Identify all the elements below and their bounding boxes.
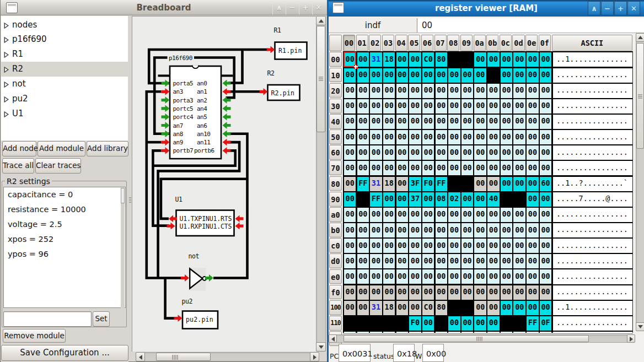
register-cell-00-0d[interactable]: 00 xyxy=(513,52,525,67)
register-cell-70-06[interactable]: 00 xyxy=(422,161,434,175)
register-cell-20-06[interactable]: 00 xyxy=(422,84,434,98)
register-cell-a0-05[interactable]: 00 xyxy=(409,208,421,222)
register-cell-70-0d[interactable]: 00 xyxy=(513,161,525,175)
canvas-vscroll-thumb[interactable] xyxy=(316,26,325,132)
pane-splitter[interactable] xyxy=(129,197,131,209)
register-cell-f0-0f[interactable]: 00 xyxy=(540,285,552,300)
canvas-vscroll-down-button[interactable] xyxy=(316,342,326,352)
register-cell-110-08[interactable]: 00 xyxy=(448,316,460,331)
register-cell-80-07[interactable]: FF xyxy=(436,177,448,191)
register-cell-60-08[interactable]: 00 xyxy=(448,145,460,160)
register-cell-30-05[interactable]: 00 xyxy=(409,99,421,114)
register-cell-40-07[interactable]: 00 xyxy=(436,115,448,129)
register-cell-60-0a[interactable]: 00 xyxy=(474,145,486,160)
column-header-03[interactable]: 03 xyxy=(382,35,394,51)
status-value-status[interactable]: 0x18 xyxy=(393,344,415,362)
register-cell-e0-01[interactable]: 00 xyxy=(357,269,369,284)
register-cell-00-05[interactable]: 00 xyxy=(409,52,421,67)
register-cell-40-0d[interactable]: 00 xyxy=(513,115,525,129)
register-cell-b0-06[interactable]: 00 xyxy=(422,223,434,237)
register-cell-90-07[interactable]: 08 xyxy=(436,192,448,207)
register-cell-00-0b[interactable]: 00 xyxy=(487,52,500,67)
row-header-90[interactable]: 90 xyxy=(329,192,342,207)
save-configuration-button[interactable]: Save Configuration ... xyxy=(1,345,128,361)
row-header-a0[interactable]: a0 xyxy=(329,207,342,222)
register-cell-b0-02[interactable]: 00 xyxy=(370,223,382,237)
register-cell-50-0c[interactable]: 00 xyxy=(501,130,513,144)
register-cell-20-04[interactable]: 00 xyxy=(396,84,409,98)
register-cell-10-07[interactable]: 00 xyxy=(436,68,448,83)
register-cell-10-02[interactable]: 00 xyxy=(370,68,382,83)
register-cell-100-04[interactable]: 00 xyxy=(396,301,409,315)
register-cell-d0-0e[interactable]: 00 xyxy=(527,254,539,268)
register-cell-e0-00[interactable]: 00 xyxy=(344,269,356,284)
register-cell-60-09[interactable]: 00 xyxy=(461,145,474,160)
register-cell-100-0c[interactable]: 00 xyxy=(501,301,513,315)
register-cell-100-00[interactable]: 00 xyxy=(344,301,356,315)
register-cell-50-0f[interactable]: 00 xyxy=(540,130,552,144)
register-cell-a0-0b[interactable]: 00 xyxy=(487,208,500,222)
register-cell-f0-0d[interactable]: 00 xyxy=(513,285,525,300)
register-cell-f0-08[interactable]: 00 xyxy=(448,285,460,300)
register-cell-d0-03[interactable]: 00 xyxy=(383,254,395,268)
add-module-button[interactable]: Add module xyxy=(37,141,85,156)
register-cell-110-06[interactable]: 00 xyxy=(422,316,434,331)
register-cell-80-06[interactable]: F0 xyxy=(422,177,434,191)
column-header-02[interactable]: 02 xyxy=(369,35,381,51)
register-cell-50-06[interactable]: 00 xyxy=(422,130,434,144)
register-cell-50-0e[interactable]: 00 xyxy=(527,130,539,144)
canvas-hscroll-thumb[interactable] xyxy=(156,353,211,361)
register-cell-110-0a[interactable]: 00 xyxy=(474,316,486,331)
register-cell-70-0c[interactable]: 00 xyxy=(501,161,513,175)
register-cell-d0-02[interactable]: 00 xyxy=(370,254,382,268)
register-cell-100-07[interactable]: 80 xyxy=(436,301,448,315)
register-cell-100-09[interactable] xyxy=(461,301,474,315)
row-header-20[interactable]: 20 xyxy=(329,83,342,98)
table-vscroll-down-button[interactable] xyxy=(636,322,644,331)
register-cell-100-0b[interactable]: 00 xyxy=(487,301,500,315)
register-cell-a0-03[interactable]: 00 xyxy=(383,208,395,222)
register-cell-10-06[interactable]: 00 xyxy=(422,68,434,83)
canvas-hscroll-left-button[interactable] xyxy=(136,352,145,361)
table-hscroll-thumb[interactable] xyxy=(344,335,589,342)
register-cell-60-0b[interactable]: 00 xyxy=(487,145,500,160)
register-cell-e0-09[interactable]: 00 xyxy=(461,269,474,284)
register-cell-a0-09[interactable]: 00 xyxy=(461,208,474,222)
register-cell-60-05[interactable]: 00 xyxy=(409,145,421,160)
row-header-50[interactable]: 50 xyxy=(329,129,342,144)
set-button[interactable]: Set xyxy=(93,311,110,327)
register-cell-30-0a[interactable]: 00 xyxy=(474,99,486,114)
register-cell-60-07[interactable]: 00 xyxy=(436,145,448,160)
minimize-button[interactable]: − xyxy=(286,1,298,15)
register-cell-f0-03[interactable]: 00 xyxy=(383,285,395,300)
register-cell-20-00[interactable]: 00 xyxy=(344,84,356,98)
register-cell-b0-0f[interactable]: 00 xyxy=(540,223,552,237)
register-cell-100-06[interactable]: C0 xyxy=(422,301,434,315)
register-cell-d0-07[interactable]: 00 xyxy=(436,254,448,268)
column-header-04[interactable]: 04 xyxy=(395,35,407,51)
register-cell-70-0a[interactable]: 00 xyxy=(474,161,486,175)
register-cell-10-0f[interactable]: 00 xyxy=(540,68,552,83)
close-button[interactable]: ✕ xyxy=(627,1,640,15)
register-cell-40-0c[interactable]: 00 xyxy=(501,115,513,129)
register-cell-20-0f[interactable]: 00 xyxy=(540,84,552,98)
row-header-80[interactable]: 80 xyxy=(329,176,342,191)
register-cell-30-08[interactable]: 00 xyxy=(448,99,460,114)
row-header-60[interactable]: 60 xyxy=(329,145,342,160)
tree-item-nodes[interactable]: nodes xyxy=(1,18,128,33)
column-header-07[interactable]: 07 xyxy=(434,35,447,51)
register-cell-60-0c[interactable]: 00 xyxy=(501,145,513,160)
register-cell-60-0d[interactable]: 00 xyxy=(513,145,525,160)
register-viewer-titlebar[interactable]: register viewer [RAM] ∧ − + ✕ xyxy=(329,0,644,17)
clear-traces-button[interactable]: Clear traces xyxy=(35,158,81,174)
table-hscroll-right-button[interactable] xyxy=(627,334,635,343)
register-cell-110-09[interactable]: 00 xyxy=(461,316,474,331)
register-cell-90-00[interactable]: 00 xyxy=(344,192,356,207)
register-cell-00-0f[interactable]: 00 xyxy=(540,52,552,67)
register-cell-20-07[interactable]: 00 xyxy=(436,84,448,98)
register-cell-00-02[interactable]: 31 xyxy=(370,52,382,67)
register-cell-c0-0d[interactable]: 00 xyxy=(513,239,525,253)
register-cell-90-03[interactable]: 00 xyxy=(383,192,395,207)
register-cell-10-0e[interactable]: 00 xyxy=(527,68,539,83)
register-cell-80-0f[interactable]: 60 xyxy=(540,177,552,191)
